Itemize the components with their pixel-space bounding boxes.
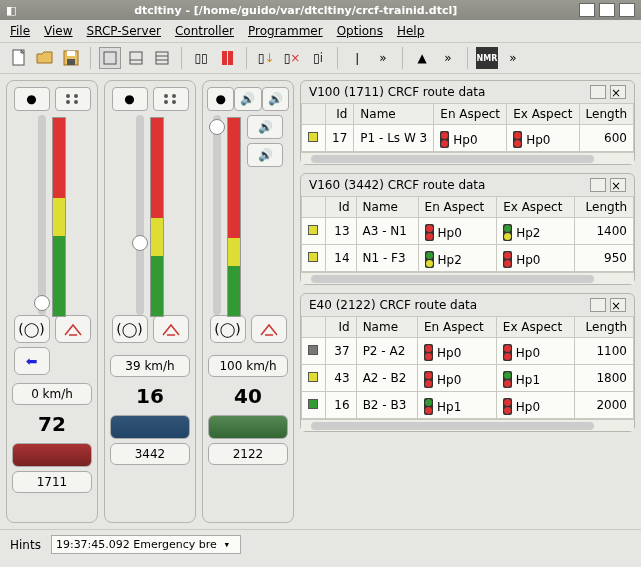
status-bar: Hints 19:37:45.092 Emergency bre ▾ <box>0 529 641 559</box>
status-message-combo[interactable]: 19:37:45.092 Emergency bre ▾ <box>51 535 241 554</box>
table-row[interactable]: 37P2 - A2 Hp0 Hp0 1100 <box>302 338 634 365</box>
group-restore-icon[interactable] <box>590 85 606 99</box>
route-tables: V100 (1711) CRCF route data × IdNameEn A… <box>300 74 641 529</box>
loco-number: 40 <box>208 381 288 411</box>
group-restore-icon[interactable] <box>590 178 606 192</box>
table-row[interactable]: 43A2 - B2 Hp0 Hp1 1800 <box>302 365 634 392</box>
menu-programmer[interactable]: Programmer <box>248 24 323 38</box>
open-file-icon[interactable] <box>34 47 56 69</box>
route-group-0: V100 (1711) CRCF route data × IdNameEn A… <box>300 80 635 165</box>
route-table: IdNameEn AspectEx AspectLength 37P2 - A2… <box>301 316 634 419</box>
controller-panel-1: ● (◯) 39 km/h 16 3442 <box>104 80 196 523</box>
menu-file[interactable]: File <box>10 24 30 38</box>
layout1-icon[interactable] <box>99 47 121 69</box>
titlebar: ◧ dtcltiny - [/home/guido/var/dtcltiny/c… <box>0 0 641 20</box>
signal-info-icon[interactable]: ▯i <box>307 47 329 69</box>
speed-meter <box>52 117 66 317</box>
more1-icon[interactable]: » <box>372 47 394 69</box>
menubar: File View SRCP-Server Controller Program… <box>0 20 641 43</box>
loco-image <box>208 415 288 439</box>
group-title: V160 (3442) CRCF route data <box>309 178 485 192</box>
signal1-icon[interactable]: ▯▯ <box>190 47 212 69</box>
group-close-icon[interactable]: × <box>610 298 626 312</box>
loco-id: 1711 <box>12 471 92 493</box>
status-square <box>308 225 318 235</box>
group-close-icon[interactable]: × <box>610 85 626 99</box>
menu-controller[interactable]: Controller <box>175 24 234 38</box>
loco-image <box>110 415 190 439</box>
led-icon[interactable]: ● <box>14 87 50 111</box>
speaker2-icon[interactable]: 🔊 <box>262 87 289 111</box>
menu-help[interactable]: Help <box>397 24 424 38</box>
horizontal-scrollbar[interactable] <box>301 152 634 164</box>
horizontal-scrollbar[interactable] <box>301 419 634 431</box>
speed-display: 100 km/h <box>208 355 288 377</box>
speaker1-icon[interactable]: 🔊 <box>234 87 261 111</box>
hints-label: Hints <box>10 538 41 552</box>
brake-icon[interactable]: (◯) <box>112 315 148 343</box>
controller-panel-0: ● (◯) ⬅ 0 km/h 72 1711 <box>6 80 98 523</box>
route-group-1: V160 (3442) CRCF route data × IdNameEn A… <box>300 173 635 285</box>
table-row[interactable]: 14N1 - F3 Hp2 Hp0 950 <box>302 245 634 272</box>
svg-rect-5 <box>130 52 142 64</box>
pantograph-icon[interactable] <box>251 315 287 343</box>
signal-red-icon[interactable] <box>216 47 238 69</box>
signal-down-icon[interactable]: ▯↓ <box>255 47 277 69</box>
dice-icon[interactable] <box>55 87 91 111</box>
group-title: V100 (1711) CRCF route data <box>309 85 485 99</box>
speed-slider[interactable] <box>213 115 221 315</box>
table-row[interactable]: 13A3 - N1 Hp0 Hp2 1400 <box>302 218 634 245</box>
speed-slider[interactable] <box>38 115 46 315</box>
route-group-2: E40 (2122) CRCF route data × IdNameEn As… <box>300 293 635 432</box>
speed-slider[interactable] <box>136 115 144 315</box>
status-square <box>308 132 318 142</box>
horizontal-scrollbar[interactable] <box>301 272 634 284</box>
close-button[interactable]: × <box>619 3 635 17</box>
group-restore-icon[interactable] <box>590 298 606 312</box>
speaker3-icon[interactable]: 🔊 <box>247 115 283 139</box>
led-icon[interactable]: ● <box>112 87 148 111</box>
loco-number: 72 <box>12 409 92 439</box>
toolbar: ▯▯ ▯↓ ▯× ▯i ❘ » ▲ » NMR » <box>0 43 641 74</box>
signal-x-icon[interactable]: ▯× <box>281 47 303 69</box>
minimize-button[interactable]: – <box>579 3 595 17</box>
save-file-icon[interactable] <box>60 47 82 69</box>
speed-meter <box>227 117 241 317</box>
svg-rect-4 <box>104 52 116 64</box>
more2-icon[interactable]: » <box>437 47 459 69</box>
table-row[interactable]: 16B2 - B3 Hp1 Hp0 2000 <box>302 392 634 419</box>
maximize-button[interactable]: □ <box>599 3 615 17</box>
menu-options[interactable]: Options <box>337 24 383 38</box>
loco-image <box>12 443 92 467</box>
layout3-icon[interactable] <box>151 47 173 69</box>
led-icon[interactable]: ● <box>207 87 234 111</box>
group-title: E40 (2122) CRCF route data <box>309 298 477 312</box>
new-file-icon[interactable] <box>8 47 30 69</box>
dice-icon[interactable] <box>153 87 189 111</box>
marker-icon[interactable]: ❘ <box>346 47 368 69</box>
speed-display: 0 km/h <box>12 383 92 405</box>
pantograph-icon[interactable] <box>55 315 91 343</box>
direction-left-icon[interactable]: ⬅ <box>14 347 50 375</box>
train-icon[interactable]: ▲ <box>411 47 433 69</box>
app-icon: ◧ <box>6 4 16 17</box>
brake-icon[interactable]: (◯) <box>210 315 246 343</box>
layout2-icon[interactable] <box>125 47 147 69</box>
svg-rect-7 <box>156 52 168 64</box>
status-square <box>308 252 318 262</box>
menu-srcp-server[interactable]: SRCP-Server <box>87 24 161 38</box>
controller-panel-2: ●🔊🔊 🔊🔊 (◯) 100 km/h 40 2122 <box>202 80 294 523</box>
nmr-icon[interactable]: NMR <box>476 47 498 69</box>
svg-rect-2 <box>67 51 75 56</box>
brake-icon[interactable]: (◯) <box>14 315 50 343</box>
status-square <box>308 372 318 382</box>
route-table: IdNameEn AspectEx AspectLength 17P1 - Ls… <box>301 103 634 152</box>
table-row[interactable]: 17P1 - Ls W 3 Hp0 Hp0 600 <box>302 125 634 152</box>
pantograph-icon[interactable] <box>153 315 189 343</box>
speaker4-icon[interactable]: 🔊 <box>247 143 283 167</box>
controller-panels: ● (◯) ⬅ 0 km/h 72 1711 ● <box>0 74 300 529</box>
group-close-icon[interactable]: × <box>610 178 626 192</box>
speed-display: 39 km/h <box>110 355 190 377</box>
menu-view[interactable]: View <box>44 24 72 38</box>
more3-icon[interactable]: » <box>502 47 524 69</box>
